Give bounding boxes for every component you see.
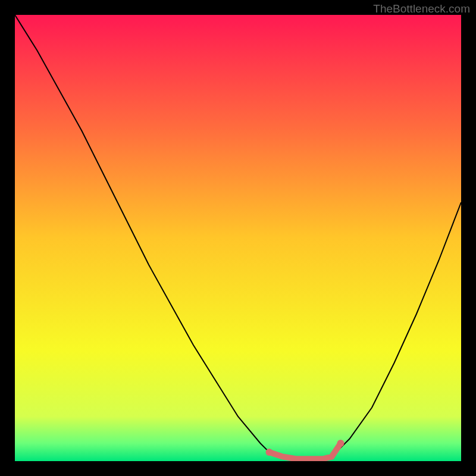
chart-background bbox=[15, 15, 461, 461]
bottleneck-chart bbox=[15, 15, 461, 461]
watermark-text: TheBottleneck.com bbox=[373, 2, 470, 15]
svg-point-0 bbox=[266, 449, 273, 456]
svg-point-1 bbox=[337, 440, 345, 447]
